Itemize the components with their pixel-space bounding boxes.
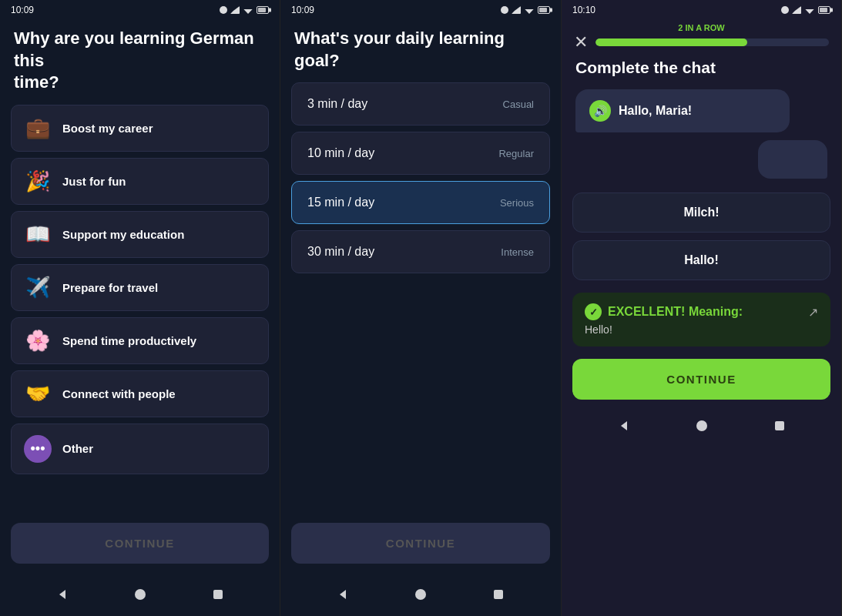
progress-container: 2 IN A ROW ✕ [562,20,841,51]
continue-button-1[interactable]: CONTINUE [11,523,269,564]
goal-casual-time: 3 min / day [307,97,367,111]
battery-icon [257,6,269,14]
goal-intense[interactable]: 30 min / day Intense [291,230,550,273]
battery-fill-2 [539,8,547,12]
chat-message: Hallo, Maria! [619,104,692,118]
volume-icon-3 [781,6,789,14]
result-excellent: ✓ EXCELLENT! Meaning: [585,303,743,320]
travel-icon: ✈️ [24,276,52,300]
screen-complete-chat: 10:10 2 IN A ROW ✕ Complete the chat 🔊 H… [562,0,842,616]
home-button-3[interactable] [691,415,713,437]
option-education[interactable]: 📖 Support my education [11,211,269,258]
status-bar-1: 10:09 [0,0,280,20]
option-productive-label: Spend time productively [62,334,196,347]
square-button-1[interactable] [207,584,229,605]
volume-icon [220,6,227,14]
svg-point-4 [415,589,426,600]
screen2-header: What's your daily learning goal? [280,20,561,76]
status-bar-2: 10:09 [280,0,561,20]
goal-regular-time: 10 min / day [307,146,374,160]
wifi-icon [243,6,253,14]
wifi-icon-3 [804,6,815,14]
nav-bar-2 [280,576,561,616]
option-other[interactable]: ••• Other [11,424,269,474]
progress-bar-row: ✕ [574,34,829,51]
status-time-1: 10:09 [11,5,34,15]
square-button-2[interactable] [488,584,509,605]
battery-icon-3 [818,6,830,14]
goal-casual-label: Casual [503,99,534,110]
signal-icon-2 [512,6,521,14]
connect-icon: 🤝 [24,382,52,406]
status-time-2: 10:09 [291,5,314,15]
svg-rect-8 [775,421,784,430]
result-title: EXCELLENT! Meaning: [608,305,743,319]
volume-icon-2 [501,6,508,14]
goal-regular-label: Regular [498,148,534,159]
home-button-1[interactable] [129,584,151,605]
option-travel-label: Prepare for travel [62,281,158,294]
svg-point-7 [696,420,707,431]
option-career-label: Boost my career [62,122,153,135]
option-connect-label: Connect with people [62,387,176,400]
option-list-1: 💼 Boost my career 🎉 Just for fun 📖 Suppo… [0,99,280,515]
home-button-2[interactable] [410,584,431,605]
goal-serious[interactable]: 15 min / day Serious [291,181,550,224]
signal-icon-3 [792,6,801,14]
option-connect[interactable]: 🤝 Connect with people [11,370,269,417]
option-career[interactable]: 💼 Boost my career [11,105,269,152]
goal-casual[interactable]: 3 min / day Casual [291,82,550,126]
nav-bar-1 [0,576,280,616]
svg-point-1 [135,589,146,600]
battery-icon-2 [538,6,550,14]
back-button-3[interactable] [613,415,635,437]
share-icon[interactable]: ↗ [808,305,818,320]
screen3-title: Complete the chat [562,51,841,82]
checkmark-icon: ✓ [585,303,602,320]
svg-marker-0 [59,590,65,599]
status-icons-3 [781,6,830,14]
back-button-2[interactable] [332,584,354,605]
continue-button-2[interactable]: CONTINUE [291,523,550,564]
close-button[interactable]: ✕ [574,34,588,51]
battery-fill [258,8,266,12]
signal-icon [230,6,240,14]
progress-fill [595,38,747,46]
status-time-3: 10:10 [572,5,595,15]
screen1-header: Why are you learning German this time? [0,20,280,99]
goal-regular[interactable]: 10 min / day Regular [291,132,550,175]
nav-bar-3 [562,407,841,447]
fun-icon: 🎉 [24,169,52,193]
goal-intense-time: 30 min / day [307,245,374,259]
answer-hallo[interactable]: Hallo! [572,240,830,280]
career-icon: 💼 [24,116,52,140]
svg-rect-5 [494,590,503,599]
wifi-icon-2 [524,6,535,14]
answer-milch[interactable]: Milch! [572,192,830,233]
answer-options: Milch! Hallo! [562,186,841,286]
chat-area: 🔊 Hallo, Maria! [562,82,841,186]
goal-list: 3 min / day Casual 10 min / day Regular … [280,76,561,515]
status-bar-3: 10:10 [562,0,841,20]
option-other-label: Other [62,442,93,455]
streak-text: 2 IN A ROW [574,23,829,32]
option-productive[interactable]: 🌸 Spend time productively [11,317,269,364]
option-travel[interactable]: ✈️ Prepare for travel [11,264,269,311]
education-icon: 📖 [24,223,52,246]
screen-why-learning: 10:09 Why are you learning German this t… [0,0,280,616]
screen2-title: What's your daily learning goal? [294,28,547,72]
goal-serious-label: Serious [500,197,534,209]
other-icon: ••• [24,435,52,463]
option-fun[interactable]: 🎉 Just for fun [11,158,269,205]
battery-fill-3 [820,8,827,12]
chat-bubble-right [758,140,827,179]
back-button-1[interactable] [52,584,73,605]
sound-icon[interactable]: 🔊 [589,100,611,122]
option-education-label: Support my education [62,228,184,241]
status-icons-2 [501,6,550,14]
progress-track [595,38,829,46]
square-button-3[interactable] [769,415,790,437]
continue-button-3[interactable]: CONTINUE [572,359,830,400]
screen1-title: Why are you learning German this time? [14,28,266,94]
screen-daily-goal: 10:09 What's your daily learning goal? 3… [280,0,562,616]
